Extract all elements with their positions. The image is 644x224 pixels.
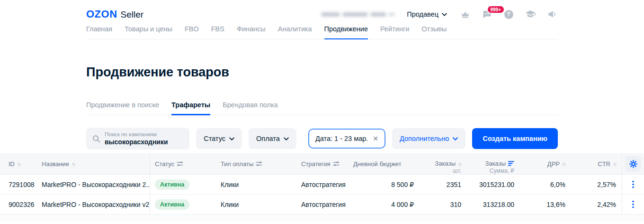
cell-payment-type: Клики: [216, 195, 296, 214]
cell-ctr: 2,42%: [571, 195, 622, 214]
cell-orders-qty: 310: [420, 195, 467, 214]
cell-name: MarketPRO - Высокорасходники v2: [42, 195, 150, 214]
nav-item-prodvizhenie[interactable]: Продвижение: [324, 25, 368, 39]
column-header-drr[interactable]: ДРР ↑↓: [520, 153, 571, 174]
filter-icon: [333, 161, 340, 167]
filters-bar: Поиск по кампаниям Статус Оплата Дата: 1…: [86, 128, 558, 149]
gear-icon: [629, 160, 637, 168]
row-menu-button[interactable]: [629, 178, 637, 191]
cell-actions: [622, 195, 644, 214]
top-bar: OZON Seller Продавец 999+: [86, 0, 558, 22]
question-mark-icon: ?: [504, 10, 513, 19]
tab-trafarety[interactable]: Трафареты: [171, 101, 210, 115]
tab-brendovaya-polka[interactable]: Брендовая полка: [223, 101, 277, 115]
payment-filter-dropdown[interactable]: Оплата: [249, 128, 296, 149]
cell-status: Активна: [150, 195, 216, 214]
search-icon: [92, 134, 100, 143]
chevron-down-icon: [442, 13, 447, 16]
create-campaign-button[interactable]: Создать кампанию: [472, 128, 558, 149]
column-header-orders-sum[interactable]: Заказы Сумма, ₽: [467, 153, 520, 174]
main-navigation: Главная Товары и цены FBO FBS Финансы Ан…: [86, 25, 558, 39]
status-filter-label: Статус: [204, 135, 225, 142]
status-filter-dropdown[interactable]: Статус: [196, 128, 242, 149]
column-header-name[interactable]: Название ↑↓: [42, 153, 150, 174]
search-input[interactable]: [105, 138, 183, 146]
column-header-orders-qty[interactable]: Заказы ↑↓ шт.: [420, 153, 467, 174]
cell-actions: [622, 175, 644, 194]
messages-count-badge: 999+: [487, 5, 505, 14]
column-header-status[interactable]: Статус: [150, 153, 216, 174]
campaign-search-field[interactable]: Поиск по кампаниям: [86, 128, 189, 149]
column-header-settings: [622, 153, 644, 174]
more-options-dropdown[interactable]: Дополнительно: [392, 128, 465, 149]
close-icon[interactable]: ✕: [373, 135, 378, 142]
cell-orders-sum: 3015231.00: [467, 175, 520, 194]
cell-id: 9002326: [0, 195, 42, 214]
chevron-down-icon: [229, 137, 234, 140]
nav-item-otzyvy[interactable]: Отзывы: [421, 25, 447, 39]
filter-icon: [177, 161, 183, 167]
nav-item-analitika[interactable]: Аналитика: [278, 25, 312, 39]
sort-arrows-icon: ↑↓: [562, 161, 565, 167]
cell-strategy: Автостратегия: [296, 175, 349, 194]
more-options-label: Дополнительно: [400, 135, 449, 142]
cell-name: MarketPRO - Высокорасходники 2...: [42, 175, 150, 194]
column-header-ctr[interactable]: CTR ↑↓: [571, 153, 622, 174]
seller-role-dropdown[interactable]: Продавец: [407, 10, 447, 18]
nav-item-fbo[interactable]: FBO: [185, 25, 199, 39]
logo-suffix-text: Seller: [121, 9, 144, 20]
nav-item-reytingi[interactable]: Рейтинги: [380, 25, 409, 39]
nav-item-finansy[interactable]: Финансы: [237, 25, 266, 39]
sort-arrows-icon: ↑↓: [458, 161, 461, 167]
status-badge: Активна: [155, 199, 189, 210]
row-menu-button[interactable]: [629, 198, 637, 211]
column-header-daily-budget: Дневной бюджет: [349, 153, 420, 174]
cell-strategy: Автостратегия: [296, 195, 349, 214]
nav-item-glavnaya[interactable]: Главная: [86, 25, 112, 39]
cell-drr: 13,6%: [520, 195, 571, 214]
cell-orders-qty: 2351: [420, 175, 467, 194]
sort-arrows-icon: ↑↓: [72, 161, 75, 167]
column-header-id[interactable]: ID ↑↓: [0, 153, 42, 174]
page-background-strip: [0, 215, 644, 221]
table-header-row: ID ↑↓ Название ↑↓ Статус Тип оплаты Стра…: [0, 153, 644, 175]
campaigns-table: ID ↑↓ Название ↑↓ Статус Тип оплаты Стра…: [0, 153, 644, 221]
seller-role-label: Продавец: [407, 10, 438, 18]
promotion-tabs: Продвижение в поиске Трафареты Брендовая…: [86, 101, 558, 115]
announcements-icon[interactable]: [546, 9, 558, 20]
nav-item-tovary-i-tseny[interactable]: Товары и цены: [125, 25, 172, 39]
payment-filter-label: Оплата: [256, 135, 280, 142]
table-row[interactable]: 9002326 MarketPRO - Высокорасходники v2 …: [0, 195, 644, 215]
premium-crown-icon[interactable]: [459, 9, 471, 20]
messages-icon[interactable]: 999+: [481, 9, 492, 20]
cell-orders-sum: 313218.00: [467, 195, 520, 214]
cell-drr: 6,0%: [520, 175, 571, 194]
chevron-down-icon: [453, 137, 458, 140]
cell-id: 7291008: [0, 175, 42, 194]
logo-brand-text: OZON: [86, 8, 117, 20]
sort-active-icon: [508, 161, 514, 166]
search-floating-label: Поиск по кампаниям: [105, 131, 183, 138]
cell-ctr: 2,57%: [571, 175, 622, 194]
education-icon[interactable]: [525, 9, 536, 20]
ozon-seller-logo[interactable]: OZON Seller: [86, 8, 143, 20]
table-settings-button[interactable]: [625, 156, 641, 172]
filter-icon: [256, 161, 262, 167]
date-filter-chip[interactable]: Дата: 1 - 23 мар. ✕: [308, 129, 385, 149]
cell-payment-type: Клики: [216, 175, 296, 194]
status-badge: Активна: [155, 179, 189, 190]
ozon-seller-promotion-page: OZON Seller Продавец 999+: [0, 0, 644, 224]
help-icon[interactable]: ?: [503, 9, 514, 20]
page-title: Продвижение товаров: [86, 65, 558, 80]
date-filter-label: Дата: 1 - 23 мар.: [315, 135, 368, 142]
column-header-strategy[interactable]: Стратегия: [296, 153, 349, 174]
chevron-down-icon: [284, 137, 289, 140]
cell-daily-budget: 8 500 ₽: [349, 175, 420, 194]
sort-arrows-icon: ↑↓: [613, 161, 616, 167]
cell-daily-budget: 4 000 ₽: [349, 195, 420, 214]
table-row[interactable]: 7291008 MarketPRO - Высокорасходники 2..…: [0, 175, 644, 195]
tab-prodvizhenie-v-poiske[interactable]: Продвижение в поиске: [86, 101, 159, 115]
column-header-payment-type[interactable]: Тип оплаты: [216, 153, 296, 174]
nav-item-fbs[interactable]: FBS: [211, 25, 224, 39]
redacted-account-name: [321, 12, 394, 17]
